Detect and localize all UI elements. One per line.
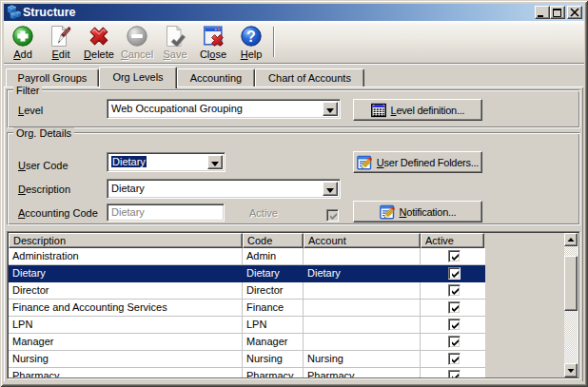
svg-text:?: ? — [246, 29, 256, 45]
